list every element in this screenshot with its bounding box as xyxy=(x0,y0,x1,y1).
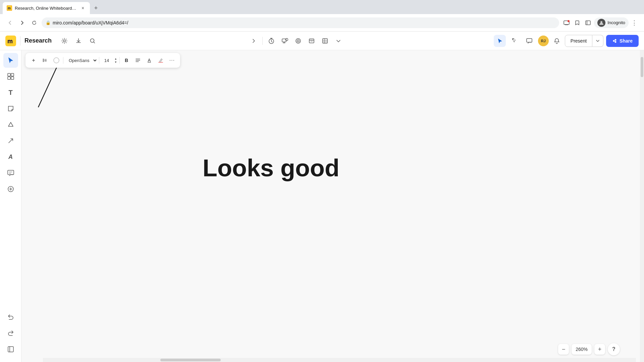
search-button[interactable] xyxy=(87,35,99,47)
align-button[interactable] xyxy=(132,55,143,66)
font-size-up-button[interactable]: ▲ xyxy=(113,57,118,60)
forward-button[interactable] xyxy=(17,18,27,27)
canvas-area[interactable]: Looks good − 260% + ? xyxy=(21,50,640,362)
canvas-main-text[interactable]: Looks good xyxy=(203,154,339,182)
format-add-button[interactable] xyxy=(28,55,39,66)
font-size-input[interactable]: 14 xyxy=(101,58,113,63)
export-button[interactable] xyxy=(72,35,85,47)
bottom-scrollbar[interactable] xyxy=(43,358,636,362)
svg-point-9 xyxy=(63,40,65,42)
present-dropdown-button[interactable] xyxy=(592,35,603,47)
screen-cast-icon[interactable] xyxy=(562,18,571,27)
svg-point-25 xyxy=(613,40,615,42)
bookmark-icon[interactable] xyxy=(573,18,582,27)
svg-rect-28 xyxy=(8,73,10,76)
sticky-note-tool-button[interactable] xyxy=(3,101,18,116)
svg-rect-4 xyxy=(586,21,590,25)
expand-toolbar-button[interactable] xyxy=(248,35,260,47)
format-indent-button[interactable] xyxy=(40,55,50,66)
reload-button[interactable] xyxy=(30,18,39,27)
svg-rect-31 xyxy=(11,77,14,79)
arrow-tool-button[interactable] xyxy=(3,133,18,148)
pen-tool-button[interactable]: A xyxy=(3,149,18,164)
redo-button[interactable] xyxy=(3,326,18,341)
sidebar-toggle-icon[interactable] xyxy=(583,18,593,27)
incognito-button[interactable]: Incognito xyxy=(594,17,629,28)
font-size-arrows: ▲ ▼ xyxy=(113,57,118,64)
notifications-button[interactable] xyxy=(551,36,562,46)
browser-more-button[interactable]: ⋮ xyxy=(630,18,639,28)
svg-point-16 xyxy=(298,41,299,41)
reaction-button[interactable] xyxy=(508,35,521,47)
new-tab-button[interactable]: + xyxy=(91,3,101,13)
right-scrollbar[interactable] xyxy=(640,50,644,362)
zoom-out-button[interactable]: − xyxy=(558,344,569,355)
bottom-scrollbar-thumb[interactable] xyxy=(160,359,221,361)
card-button[interactable] xyxy=(306,35,318,47)
formatting-bar: OpenSans Arial Georgia 14 ▲ ▼ B A xyxy=(25,53,180,68)
share-label: Share xyxy=(620,38,633,44)
right-scrollbar-thumb[interactable] xyxy=(641,57,643,77)
screen-share-button[interactable] xyxy=(279,35,291,47)
font-family-select[interactable]: OpenSans Arial Georgia xyxy=(65,56,98,65)
address-bar[interactable]: 🔒 miro.com/app/board/uXjVMqiA6d4=/ xyxy=(42,17,559,28)
zoom-level-display[interactable]: 260% xyxy=(572,344,592,355)
logo-divider xyxy=(20,36,20,46)
svg-text:m: m xyxy=(7,38,13,45)
help-button[interactable]: ? xyxy=(608,343,620,355)
incognito-avatar xyxy=(597,19,605,27)
undo-button[interactable] xyxy=(3,310,18,324)
miro-logo-mark[interactable]: m xyxy=(5,36,16,46)
table-button[interactable] xyxy=(319,35,331,47)
svg-line-48 xyxy=(38,64,58,107)
select-tool-button[interactable] xyxy=(3,53,18,68)
shape-tool-button[interactable] xyxy=(3,117,18,132)
miro-content: T A xyxy=(0,50,644,362)
font-size-control: 14 ▲ ▼ xyxy=(101,57,118,64)
text-tool-button[interactable]: T xyxy=(3,85,18,100)
miro-topbar: m Research xyxy=(0,32,644,50)
more-toolbar-button[interactable] xyxy=(332,35,344,47)
board-settings-button[interactable] xyxy=(58,35,70,47)
board-title[interactable]: Research xyxy=(24,37,52,44)
miro-app: m Research xyxy=(0,32,644,362)
svg-rect-32 xyxy=(8,170,14,175)
tab-bar: m Research, Online Whiteboard for... × + xyxy=(0,0,644,14)
browser-frame: m Research, Online Whiteboard for... × +… xyxy=(0,0,644,362)
underline-button[interactable]: A xyxy=(144,55,155,66)
timer-button[interactable] xyxy=(265,35,277,47)
back-button[interactable] xyxy=(5,18,15,27)
svg-text:m: m xyxy=(8,6,11,10)
present-button[interactable]: Present xyxy=(565,35,592,47)
svg-point-3 xyxy=(568,20,570,22)
highlight-button[interactable] xyxy=(155,55,166,66)
fmt-div-2 xyxy=(99,57,99,64)
toolbar-sep-1 xyxy=(262,37,263,45)
zoom-in-button[interactable]: + xyxy=(594,344,605,355)
present-group: Present xyxy=(565,35,603,47)
add-tool-button[interactable] xyxy=(3,182,18,196)
miro-logo: m Research xyxy=(5,36,52,46)
tab-close-button[interactable]: × xyxy=(80,5,86,11)
comment-tool-button[interactable] xyxy=(3,166,18,180)
svg-point-10 xyxy=(91,39,94,42)
tab-favicon: m xyxy=(7,5,12,11)
font-size-down-button[interactable]: ▼ xyxy=(113,60,118,64)
grid-tool-button[interactable] xyxy=(3,69,18,84)
sidebar-bottom xyxy=(3,310,18,359)
format-color-picker[interactable] xyxy=(51,55,62,66)
user-avatar[interactable]: RJ xyxy=(538,36,549,46)
more-format-button[interactable]: ··· xyxy=(167,55,177,66)
target-button[interactable] xyxy=(292,35,304,47)
comment-button[interactable] xyxy=(523,35,535,47)
tab-title: Research, Online Whiteboard for... xyxy=(15,6,77,11)
panel-toggle-button[interactable] xyxy=(3,342,18,357)
lock-icon: 🔒 xyxy=(46,20,51,25)
pen-tool-icon: A xyxy=(8,154,13,161)
canvas-line-element[interactable] xyxy=(35,60,68,111)
bold-button[interactable]: B xyxy=(121,55,132,66)
cursor-mode-button[interactable] xyxy=(494,35,506,47)
svg-rect-24 xyxy=(527,39,532,42)
share-button[interactable]: Share xyxy=(606,35,639,47)
active-tab[interactable]: m Research, Online Whiteboard for... × xyxy=(3,2,90,14)
